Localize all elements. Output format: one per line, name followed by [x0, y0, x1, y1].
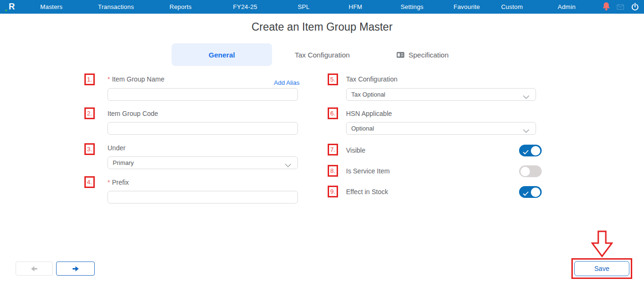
nav-item-transactions[interactable]: Transactions: [98, 0, 134, 14]
step-badge-1: 1.: [84, 74, 95, 85]
item-group-name-input[interactable]: [107, 88, 298, 101]
nav-item-favourite[interactable]: Favourite: [454, 0, 480, 14]
tab-general-label: General: [209, 51, 235, 59]
item-group-code-input[interactable]: [107, 122, 298, 135]
step-badge-7: 7.: [328, 144, 338, 155]
previous-step-button[interactable]: [16, 261, 53, 276]
nav-item-custom[interactable]: Custom: [501, 0, 523, 14]
toggle-knob: [520, 167, 530, 176]
nav-item-fy24-25[interactable]: FY24-25: [233, 0, 257, 14]
save-button[interactable]: Save: [574, 261, 629, 276]
prefix-label: *Prefix: [107, 179, 129, 186]
toggle-knob: [531, 188, 540, 197]
tax-configuration-select-value: Tax Optional: [351, 91, 385, 98]
toggle-knob: [531, 146, 540, 155]
item-group-code-label: Item Group Code: [107, 110, 158, 117]
chevron-down-icon: [285, 162, 291, 169]
tab-general[interactable]: General: [172, 43, 272, 66]
hsn-applicable-select[interactable]: Optional: [346, 122, 536, 135]
step-badge-2: 2.: [84, 107, 95, 119]
arrow-right-icon: [72, 266, 80, 272]
step-badge-8: 8.: [328, 165, 338, 177]
add-alias-link[interactable]: Add Alias: [274, 79, 299, 86]
logo-green-dot: [5, 9, 7, 11]
step-badge-9: 9.: [328, 186, 338, 197]
nav-item-settings[interactable]: Settings: [401, 0, 424, 14]
effect-in-stock-label: Effect in Stock: [346, 188, 388, 196]
tax-configuration-select[interactable]: Tax Optional: [346, 88, 536, 101]
hsn-applicable-label: HSN Applicable: [346, 110, 392, 117]
next-step-button[interactable]: [56, 261, 95, 276]
nav-item-hfm[interactable]: HFM: [349, 0, 363, 14]
prefix-input[interactable]: [107, 191, 298, 204]
step-badge-5: 5.: [328, 74, 338, 85]
is-service-item-label: Is Service Item: [346, 167, 390, 175]
notification-bell-icon[interactable]: [603, 2, 611, 13]
tab-specification[interactable]: Specification: [372, 43, 473, 66]
under-label: Under: [107, 144, 125, 152]
tab-specification-label: Specification: [408, 51, 448, 59]
tab-tax-configuration[interactable]: Tax Configuration: [272, 43, 372, 66]
annotation-highlight-box: Save: [571, 258, 632, 279]
id-card-icon: [396, 52, 405, 58]
tax-configuration-label: Tax Configuration: [346, 75, 397, 83]
nav-item-reports[interactable]: Reports: [170, 0, 192, 14]
check-icon: [523, 148, 529, 156]
tab-bar: General Tax Configuration Specification: [172, 43, 473, 66]
nav-item-admin[interactable]: Admin: [558, 0, 576, 14]
under-select[interactable]: Primary: [107, 156, 298, 169]
power-icon[interactable]: [631, 2, 639, 13]
effect-in-stock-toggle[interactable]: [519, 186, 542, 198]
hsn-applicable-select-value: Optional: [351, 125, 374, 132]
app-logo-letter: R: [9, 2, 15, 11]
visible-toggle[interactable]: [519, 145, 542, 156]
item-group-name-label: *Item Group Name: [107, 75, 165, 83]
annotation-arrow-down-icon: [591, 230, 613, 260]
step-badge-3: 3.: [84, 143, 95, 155]
top-navbar: R Masters Transactions Reports FY24-25 S…: [0, 0, 644, 14]
mail-icon[interactable]: [617, 3, 624, 12]
arrow-left-icon: [30, 266, 38, 272]
required-asterisk: *: [107, 179, 110, 186]
page-title: Create an Item Group Master: [0, 21, 644, 33]
chevron-down-icon: [523, 93, 529, 100]
chevron-down-icon: [523, 127, 529, 134]
visible-label: Visible: [346, 147, 365, 154]
nav-item-masters[interactable]: Masters: [40, 0, 63, 14]
step-badge-6: 6.: [328, 107, 338, 119]
step-badge-4: 4.: [84, 176, 95, 188]
check-icon: [523, 189, 529, 198]
under-select-value: Primary: [113, 159, 134, 166]
tab-tax-configuration-label: Tax Configuration: [295, 51, 350, 59]
nav-item-spl[interactable]: SPL: [297, 0, 309, 14]
is-service-item-toggle[interactable]: [519, 165, 542, 177]
app-logo[interactable]: R: [5, 1, 19, 12]
required-asterisk: *: [107, 75, 110, 83]
